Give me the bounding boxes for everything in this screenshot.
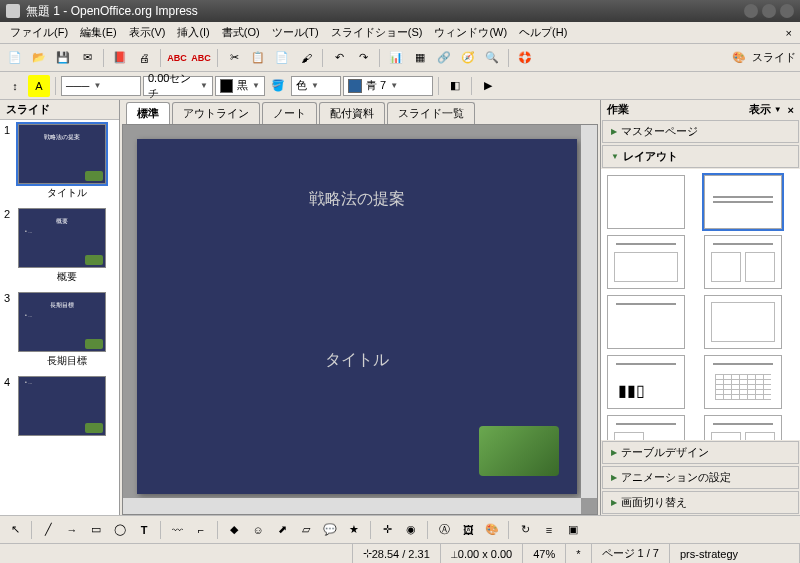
- menu-window[interactable]: ウィンドウ(W): [428, 23, 513, 42]
- flowchart-tool[interactable]: ▱: [295, 519, 317, 541]
- print-button[interactable]: 🖨: [133, 47, 155, 69]
- slide-canvas[interactable]: 戦略法の提案 タイトル: [137, 139, 577, 494]
- basic-shapes-tool[interactable]: ◆: [223, 519, 245, 541]
- rotate-tool[interactable]: ↻: [514, 519, 536, 541]
- cut-button[interactable]: ✂: [223, 47, 245, 69]
- align-tool[interactable]: ≡: [538, 519, 560, 541]
- menu-slideshow[interactable]: スライドショー(S): [325, 23, 429, 42]
- maximize-button[interactable]: [762, 4, 776, 18]
- text-tool[interactable]: T: [133, 519, 155, 541]
- spellcheck-button[interactable]: ABC: [166, 47, 188, 69]
- slide-subtitle-text[interactable]: タイトル: [137, 350, 577, 371]
- shadow-button[interactable]: ◧: [444, 75, 466, 97]
- fontwork-tool[interactable]: Ⓐ: [433, 519, 455, 541]
- autospell-button[interactable]: ABC: [190, 47, 212, 69]
- callout-tool[interactable]: 💬: [319, 519, 341, 541]
- slide-list[interactable]: 1 戦略法の提案 タイトル 2 概要• ... 概要 3 長期目標• ... 長…: [0, 120, 119, 515]
- layout-table[interactable]: [704, 355, 782, 409]
- slide-toggle-label[interactable]: スライド: [752, 50, 796, 65]
- email-button[interactable]: ✉: [76, 47, 98, 69]
- task-display-menu[interactable]: 表示: [749, 102, 771, 117]
- menu-close-icon[interactable]: ×: [782, 27, 796, 39]
- chart-button[interactable]: 📊: [385, 47, 407, 69]
- layout-chart[interactable]: ▮▮▯: [607, 355, 685, 409]
- layout-content[interactable]: [607, 235, 685, 289]
- close-button[interactable]: [780, 4, 794, 18]
- connector-tool[interactable]: ⌐: [190, 519, 212, 541]
- pdf-button[interactable]: 📕: [109, 47, 131, 69]
- menu-insert[interactable]: 挿入(I): [171, 23, 215, 42]
- layout-clip[interactable]: [607, 415, 685, 440]
- new-button[interactable]: 📄: [4, 47, 26, 69]
- section-layout[interactable]: ▼レイアウト: [602, 145, 799, 168]
- slide-thumbnail[interactable]: • ...: [18, 376, 106, 436]
- section-master[interactable]: ▶マスターページ: [602, 120, 799, 143]
- slide-thumbnail[interactable]: 長期目標• ...: [18, 292, 106, 352]
- line-style-combo[interactable]: ───▼: [61, 76, 141, 96]
- line-width-combo[interactable]: 0.00センチ▼: [143, 76, 213, 96]
- section-animation[interactable]: ▶アニメーションの設定: [602, 466, 799, 489]
- horizontal-scrollbar[interactable]: [123, 498, 581, 514]
- menu-help[interactable]: ヘルプ(H): [513, 23, 573, 42]
- tab-outline[interactable]: アウトライン: [172, 102, 260, 124]
- highlight-button[interactable]: A: [28, 75, 50, 97]
- rect-tool[interactable]: ▭: [85, 519, 107, 541]
- paste-button[interactable]: 📄: [271, 47, 293, 69]
- line-color-combo[interactable]: 黒▼: [215, 76, 265, 96]
- fill-type-combo[interactable]: 色▼: [291, 76, 341, 96]
- menu-view[interactable]: 表示(V): [123, 23, 172, 42]
- layout-blank[interactable]: [607, 175, 685, 229]
- presentation-button[interactable]: ▶: [477, 75, 499, 97]
- layout-title[interactable]: [704, 175, 782, 229]
- from-file-tool[interactable]: 🖼: [457, 519, 479, 541]
- menu-format[interactable]: 書式(O): [216, 23, 266, 42]
- section-transition[interactable]: ▶画面切り替え: [602, 491, 799, 514]
- minimize-button[interactable]: [744, 4, 758, 18]
- section-table[interactable]: ▶テーブルデザイン: [602, 441, 799, 464]
- slide-item[interactable]: 3 長期目標• ... 長期目標: [4, 292, 115, 368]
- undo-button[interactable]: ↶: [328, 47, 350, 69]
- task-close-icon[interactable]: ×: [788, 104, 794, 116]
- layout-centered[interactable]: [704, 295, 782, 349]
- slide-title-text[interactable]: 戦略法の提案: [137, 139, 577, 210]
- menu-file[interactable]: ファイル(F): [4, 23, 74, 42]
- line-tool[interactable]: ╱: [37, 519, 59, 541]
- arrange-tool[interactable]: ▣: [562, 519, 584, 541]
- vertical-scrollbar[interactable]: [581, 125, 597, 498]
- tab-normal[interactable]: 標準: [126, 102, 170, 124]
- open-button[interactable]: 📂: [28, 47, 50, 69]
- help-button[interactable]: 🛟: [514, 47, 536, 69]
- status-zoom[interactable]: 47%: [523, 544, 566, 563]
- fill-color-combo[interactable]: 青 7▼: [343, 76, 433, 96]
- save-button[interactable]: 💾: [52, 47, 74, 69]
- copy-button[interactable]: 📋: [247, 47, 269, 69]
- ellipse-tool[interactable]: ◯: [109, 519, 131, 541]
- hyperlink-button[interactable]: 🔗: [433, 47, 455, 69]
- stars-tool[interactable]: ★: [343, 519, 365, 541]
- fill-bucket-icon[interactable]: 🪣: [267, 75, 289, 97]
- gallery-tool[interactable]: 🎨: [481, 519, 503, 541]
- slide-item[interactable]: 4 • ...: [4, 376, 115, 436]
- curve-tool[interactable]: 〰: [166, 519, 188, 541]
- layout-title-only[interactable]: [607, 295, 685, 349]
- dropdown-icon[interactable]: ▼: [774, 105, 782, 114]
- tab-handout[interactable]: 配付資料: [319, 102, 385, 124]
- slide-graphic[interactable]: [479, 426, 559, 476]
- slide-item[interactable]: 1 戦略法の提案 タイトル: [4, 124, 115, 200]
- slide-thumbnail[interactable]: 戦略法の提案: [18, 124, 106, 184]
- layout-two-content[interactable]: [704, 235, 782, 289]
- redo-button[interactable]: ↷: [352, 47, 374, 69]
- layout-chart-text[interactable]: [704, 415, 782, 440]
- tab-notes[interactable]: ノート: [262, 102, 317, 124]
- slide-item[interactable]: 2 概要• ... 概要: [4, 208, 115, 284]
- menu-tools[interactable]: ツール(T): [266, 23, 325, 42]
- arrow-tool[interactable]: →: [61, 519, 83, 541]
- select-tool[interactable]: ↖: [4, 519, 26, 541]
- symbol-shapes-tool[interactable]: ☺: [247, 519, 269, 541]
- navigator-button[interactable]: 🧭: [457, 47, 479, 69]
- table-button[interactable]: ▦: [409, 47, 431, 69]
- format-paint-button[interactable]: 🖌: [295, 47, 317, 69]
- tab-sorter[interactable]: スライド一覧: [387, 102, 475, 124]
- points-tool[interactable]: ✛: [376, 519, 398, 541]
- zoom-button[interactable]: 🔍: [481, 47, 503, 69]
